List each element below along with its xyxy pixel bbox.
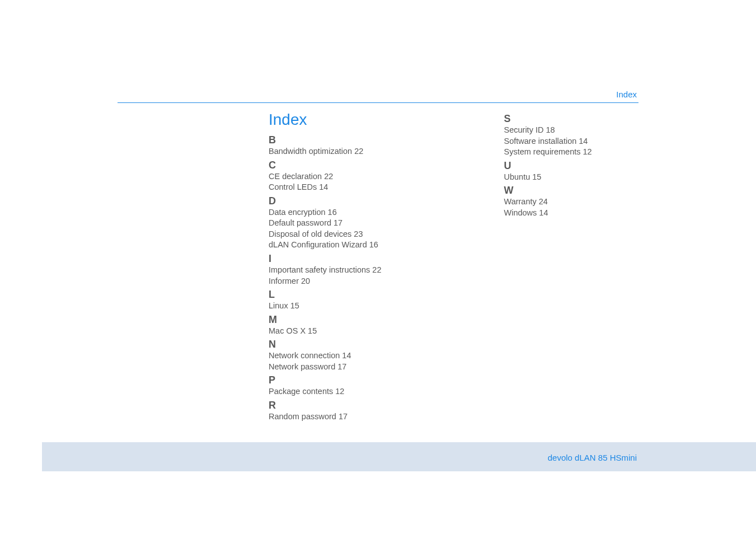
footer-band bbox=[42, 442, 756, 471]
index-entry: Default password 17 bbox=[269, 218, 403, 229]
index-entry: Data encryption 16 bbox=[269, 207, 403, 218]
index-letter: P bbox=[269, 374, 403, 386]
index-entry: Informer 20 bbox=[269, 276, 403, 287]
index-letter: C bbox=[269, 160, 403, 171]
index-entry: Random password 17 bbox=[269, 411, 403, 423]
index-entry: Ubuntu 15 bbox=[504, 172, 639, 183]
index-entry: Package contents 12 bbox=[269, 386, 403, 397]
index-col-1: Index BBandwidth optimization 22CCE decl… bbox=[269, 111, 403, 422]
index-entry: Security ID 18 bbox=[504, 125, 639, 136]
index-entry: Network password 17 bbox=[269, 362, 403, 373]
index-entry: Warranty 24 bbox=[504, 196, 639, 208]
footer-product-name: devolo dLAN 85 HSmini bbox=[548, 453, 637, 462]
index-entry: System requirements 12 bbox=[504, 147, 639, 158]
index-letter: W bbox=[504, 185, 639, 196]
index-letter: N bbox=[269, 339, 403, 350]
index-entry: CE declaration 22 bbox=[269, 171, 403, 182]
index-entry: Mac OS X 15 bbox=[269, 326, 403, 337]
index-col-2: SSecurity ID 18Software installation 14S… bbox=[504, 111, 639, 422]
index-entry: Linux 15 bbox=[269, 301, 403, 312]
index-columns: Index BBandwidth optimization 22CCE decl… bbox=[269, 111, 638, 422]
index-letter: D bbox=[269, 195, 403, 207]
index-letter: B bbox=[269, 134, 403, 146]
index-entry: dLAN Configuration Wizard 16 bbox=[269, 240, 403, 251]
header-rule bbox=[118, 102, 638, 103]
index-letter: U bbox=[504, 160, 639, 172]
index-entry: Important safety instructions 22 bbox=[269, 265, 403, 276]
index-title: Index bbox=[269, 111, 403, 129]
index-letter: R bbox=[269, 400, 403, 411]
index-entry: Disposal of old devices 23 bbox=[269, 229, 403, 240]
index-entry: Control LEDs 14 bbox=[269, 182, 403, 193]
index-entry: Network connection 14 bbox=[269, 350, 403, 362]
index-entry: Windows 14 bbox=[504, 208, 639, 219]
index-entry: Bandwidth optimization 22 bbox=[269, 146, 403, 157]
index-letter: M bbox=[269, 314, 403, 326]
index-entry: Software installation 14 bbox=[504, 136, 639, 147]
page-header-breadcrumb: Index bbox=[616, 90, 637, 99]
index-letter: I bbox=[269, 253, 403, 265]
index-letter: S bbox=[504, 113, 639, 125]
index-letter: L bbox=[269, 289, 403, 301]
